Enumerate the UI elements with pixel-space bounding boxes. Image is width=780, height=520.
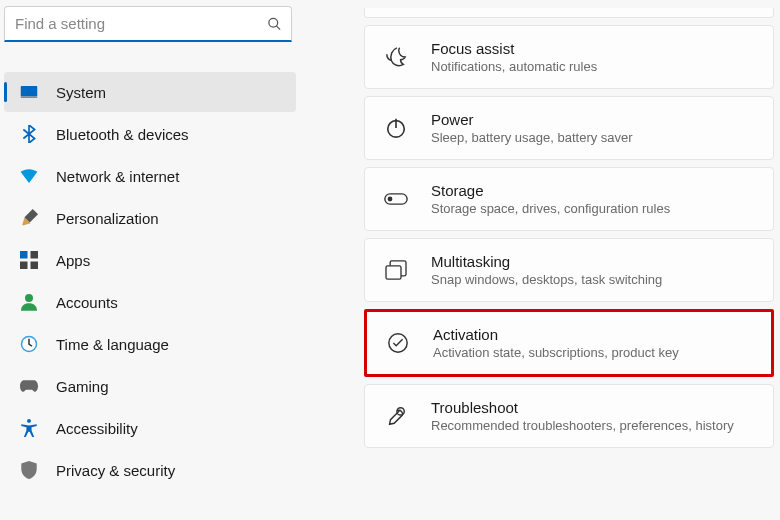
sidebar-item-apps[interactable]: Apps xyxy=(4,240,296,280)
panel-subtitle: Storage space, drives, configuration rul… xyxy=(431,201,670,216)
svg-rect-7 xyxy=(31,262,39,270)
panel-cutoff-top xyxy=(364,8,774,18)
panel-title: Storage xyxy=(431,182,670,199)
svg-point-0 xyxy=(269,18,278,27)
svg-rect-2 xyxy=(21,86,38,97)
panel-troubleshoot[interactable]: Troubleshoot Recommended troubleshooters… xyxy=(364,384,774,448)
network-icon xyxy=(20,167,38,185)
panel-multitasking[interactable]: Multitasking Snap windows, desktops, tas… xyxy=(364,238,774,302)
panel-title: Troubleshoot xyxy=(431,399,734,416)
panel-activation[interactable]: Activation Activation state, subscriptio… xyxy=(364,309,774,377)
focus-assist-icon xyxy=(383,44,409,70)
panel-subtitle: Activation state, subscriptions, product… xyxy=(433,345,679,360)
sidebar-item-bluetooth[interactable]: Bluetooth & devices xyxy=(4,114,296,154)
activation-icon xyxy=(385,330,411,356)
personalization-icon xyxy=(20,209,38,227)
panel-subtitle: Sleep, battery usage, battery saver xyxy=(431,130,633,145)
panel-subtitle: Recommended troubleshooters, preferences… xyxy=(431,418,734,433)
sidebar-item-label: Gaming xyxy=(56,378,109,395)
system-icon xyxy=(20,83,38,101)
svg-rect-5 xyxy=(31,251,39,259)
panel-title: Power xyxy=(431,111,633,128)
svg-point-11 xyxy=(27,419,31,423)
search-icon xyxy=(267,17,282,32)
svg-point-8 xyxy=(25,294,33,302)
sidebar-item-system[interactable]: System xyxy=(4,72,296,112)
gaming-icon xyxy=(20,377,38,395)
apps-icon xyxy=(20,251,38,269)
sidebar-item-time[interactable]: Time & language xyxy=(4,324,296,364)
sidebar-item-label: Time & language xyxy=(56,336,169,353)
multitasking-icon xyxy=(383,257,409,283)
bluetooth-icon xyxy=(20,125,38,143)
svg-rect-3 xyxy=(21,97,38,99)
sidebar-item-label: Accessibility xyxy=(56,420,138,437)
sidebar-item-gaming[interactable]: Gaming xyxy=(4,366,296,406)
panel-subtitle: Snap windows, desktops, task switching xyxy=(431,272,662,287)
svg-line-1 xyxy=(276,26,280,30)
sidebar-item-label: Privacy & security xyxy=(56,462,175,479)
accessibility-icon xyxy=(20,419,38,437)
sidebar-item-label: Accounts xyxy=(56,294,118,311)
privacy-icon xyxy=(20,461,38,479)
troubleshoot-icon xyxy=(383,403,409,429)
sidebar-item-label: Network & internet xyxy=(56,168,179,185)
panel-title: Activation xyxy=(433,326,679,343)
time-icon xyxy=(20,335,38,353)
sidebar-item-accessibility[interactable]: Accessibility xyxy=(4,408,296,448)
accounts-icon xyxy=(20,293,38,311)
svg-rect-4 xyxy=(20,251,28,259)
sidebar-item-personalization[interactable]: Personalization xyxy=(4,198,296,238)
power-icon xyxy=(383,115,409,141)
search-input[interactable] xyxy=(4,6,292,42)
sidebar-item-label: System xyxy=(56,84,106,101)
svg-point-15 xyxy=(388,197,391,200)
panel-focus-assist[interactable]: Focus assist Notifications, automatic ru… xyxy=(364,25,774,89)
sidebar-item-network[interactable]: Network & internet xyxy=(4,156,296,196)
panel-storage[interactable]: Storage Storage space, drives, configura… xyxy=(364,167,774,231)
sidebar-item-label: Apps xyxy=(56,252,90,269)
sidebar-nav: System Bluetooth & devices Network & int… xyxy=(0,54,300,490)
sidebar-item-label: Bluetooth & devices xyxy=(56,126,189,143)
panel-subtitle: Notifications, automatic rules xyxy=(431,59,597,74)
svg-rect-16 xyxy=(386,266,401,279)
panel-title: Focus assist xyxy=(431,40,597,57)
panel-title: Multitasking xyxy=(431,253,662,270)
svg-rect-6 xyxy=(20,262,28,270)
sidebar: System Bluetooth & devices Network & int… xyxy=(0,0,300,520)
sidebar-item-label: Personalization xyxy=(56,210,159,227)
panel-power[interactable]: Power Sleep, battery usage, battery save… xyxy=(364,96,774,160)
main-content: Focus assist Notifications, automatic ru… xyxy=(300,0,780,520)
sidebar-item-accounts[interactable]: Accounts xyxy=(4,282,296,322)
storage-icon xyxy=(383,186,409,212)
sidebar-item-privacy[interactable]: Privacy & security xyxy=(4,450,296,490)
search-box xyxy=(4,6,292,42)
